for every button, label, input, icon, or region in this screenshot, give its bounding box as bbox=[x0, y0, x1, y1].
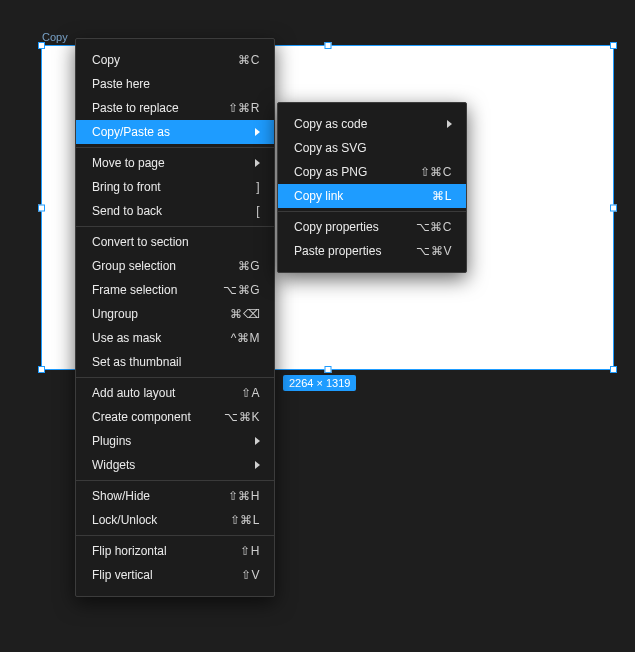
menu-item-label: Widgets bbox=[92, 458, 245, 472]
resize-handle-bottom-left[interactable] bbox=[38, 366, 45, 373]
menu-item-label: Move to page bbox=[92, 156, 245, 170]
menu-group-clipboard: Copy ⌘C Paste here Paste to replace ⇧⌘R … bbox=[76, 45, 274, 147]
menu-item-lock-unlock[interactable]: Lock/Unlock ⇧⌘L bbox=[76, 508, 274, 532]
menu-item-convert-to-section[interactable]: Convert to section bbox=[76, 230, 274, 254]
menu-item-label: Copy as PNG bbox=[294, 165, 410, 179]
menu-item-copy[interactable]: Copy ⌘C bbox=[76, 48, 274, 72]
menu-item-label: Create component bbox=[92, 410, 214, 424]
menu-item-frame-selection[interactable]: Frame selection ⌥⌘G bbox=[76, 278, 274, 302]
menu-item-shortcut: ⇧V bbox=[241, 568, 260, 582]
menu-item-label: Paste properties bbox=[294, 244, 406, 258]
menu-item-label: Send to back bbox=[92, 204, 246, 218]
menu-item-shortcut: ⌘C bbox=[238, 53, 260, 67]
menu-item-plugins[interactable]: Plugins bbox=[76, 429, 274, 453]
menu-item-shortcut: ⌥⌘C bbox=[416, 220, 452, 234]
submenu-group-copy-as: Copy as code Copy as SVG Copy as PNG ⇧⌘C… bbox=[278, 109, 466, 211]
menu-item-label: Paste to replace bbox=[92, 101, 218, 115]
menu-item-copy-properties[interactable]: Copy properties ⌥⌘C bbox=[278, 215, 466, 239]
menu-group-create: Add auto layout ⇧A Create component ⌥⌘K … bbox=[76, 377, 274, 480]
menu-item-flip-vertical[interactable]: Flip vertical ⇧V bbox=[76, 563, 274, 587]
menu-item-shortcut: ⇧A bbox=[241, 386, 260, 400]
menu-item-label: Show/Hide bbox=[92, 489, 218, 503]
resize-handle-mid-right[interactable] bbox=[610, 204, 617, 211]
menu-item-move-to-page[interactable]: Move to page bbox=[76, 151, 274, 175]
menu-item-label: Paste here bbox=[92, 77, 250, 91]
frame-label[interactable]: Copy bbox=[42, 31, 68, 43]
resize-handle-top-left[interactable] bbox=[38, 42, 45, 49]
menu-item-label: Convert to section bbox=[92, 235, 250, 249]
submenu-arrow-icon bbox=[255, 128, 260, 136]
menu-item-label: Copy properties bbox=[294, 220, 406, 234]
menu-item-paste-to-replace[interactable]: Paste to replace ⇧⌘R bbox=[76, 96, 274, 120]
menu-item-set-as-thumbnail[interactable]: Set as thumbnail bbox=[76, 350, 274, 374]
menu-item-copy-as-png[interactable]: Copy as PNG ⇧⌘C bbox=[278, 160, 466, 184]
menu-item-shortcut: ⇧⌘R bbox=[228, 101, 260, 115]
menu-group-flip: Flip horizontal ⇧H Flip vertical ⇧V bbox=[76, 535, 274, 590]
menu-item-bring-to-front[interactable]: Bring to front ] bbox=[76, 175, 274, 199]
menu-item-ungroup[interactable]: Ungroup ⌘⌫ bbox=[76, 302, 274, 326]
menu-item-label: Frame selection bbox=[92, 283, 213, 297]
menu-item-label: Add auto layout bbox=[92, 386, 231, 400]
resize-handle-mid-top[interactable] bbox=[324, 42, 331, 49]
menu-item-shortcut: ⇧⌘H bbox=[228, 489, 260, 503]
menu-item-shortcut: ⌘G bbox=[238, 259, 260, 273]
menu-item-label: Flip vertical bbox=[92, 568, 231, 582]
menu-item-label: Plugins bbox=[92, 434, 245, 448]
menu-item-label: Ungroup bbox=[92, 307, 220, 321]
menu-group-visibility: Show/Hide ⇧⌘H Lock/Unlock ⇧⌘L bbox=[76, 480, 274, 535]
menu-item-flip-horizontal[interactable]: Flip horizontal ⇧H bbox=[76, 539, 274, 563]
menu-item-use-as-mask[interactable]: Use as mask ^⌘M bbox=[76, 326, 274, 350]
menu-item-shortcut: [ bbox=[256, 204, 260, 218]
menu-item-shortcut: ⌥⌘G bbox=[223, 283, 260, 297]
menu-item-shortcut: ⇧⌘C bbox=[420, 165, 452, 179]
menu-item-label: Set as thumbnail bbox=[92, 355, 250, 369]
menu-item-copy-as-code[interactable]: Copy as code bbox=[278, 112, 466, 136]
submenu-arrow-icon bbox=[447, 120, 452, 128]
menu-item-label: Flip horizontal bbox=[92, 544, 230, 558]
menu-item-label: Copy/Paste as bbox=[92, 125, 245, 139]
menu-item-shortcut: ⌥⌘K bbox=[224, 410, 260, 424]
menu-item-group-selection[interactable]: Group selection ⌘G bbox=[76, 254, 274, 278]
resize-handle-mid-bottom[interactable] bbox=[324, 366, 331, 373]
copy-paste-as-submenu[interactable]: Copy as code Copy as SVG Copy as PNG ⇧⌘C… bbox=[277, 102, 467, 273]
menu-item-label: Lock/Unlock bbox=[92, 513, 220, 527]
menu-group-arrange: Move to page Bring to front ] Send to ba… bbox=[76, 147, 274, 226]
menu-item-show-hide[interactable]: Show/Hide ⇧⌘H bbox=[76, 484, 274, 508]
context-menu[interactable]: Copy ⌘C Paste here Paste to replace ⇧⌘R … bbox=[75, 38, 275, 597]
menu-item-create-component[interactable]: Create component ⌥⌘K bbox=[76, 405, 274, 429]
menu-item-shortcut: ] bbox=[256, 180, 260, 194]
menu-item-add-auto-layout[interactable]: Add auto layout ⇧A bbox=[76, 381, 274, 405]
menu-group-structure: Convert to section Group selection ⌘G Fr… bbox=[76, 226, 274, 377]
menu-item-shortcut: ^⌘M bbox=[231, 331, 260, 345]
menu-item-shortcut: ⌥⌘V bbox=[416, 244, 452, 258]
menu-item-shortcut: ⇧H bbox=[240, 544, 260, 558]
menu-item-widgets[interactable]: Widgets bbox=[76, 453, 274, 477]
submenu-arrow-icon bbox=[255, 461, 260, 469]
submenu-arrow-icon bbox=[255, 437, 260, 445]
submenu-arrow-icon bbox=[255, 159, 260, 167]
menu-item-paste-properties[interactable]: Paste properties ⌥⌘V bbox=[278, 239, 466, 263]
menu-item-label: Copy as code bbox=[294, 117, 437, 131]
menu-item-label: Use as mask bbox=[92, 331, 221, 345]
menu-item-label: Copy link bbox=[294, 189, 422, 203]
dimensions-badge: 2264 × 1319 bbox=[283, 375, 356, 391]
menu-item-label: Bring to front bbox=[92, 180, 246, 194]
resize-handle-bottom-right[interactable] bbox=[610, 366, 617, 373]
menu-item-shortcut: ⌘L bbox=[432, 189, 452, 203]
resize-handle-top-right[interactable] bbox=[610, 42, 617, 49]
menu-item-label: Copy bbox=[92, 53, 228, 67]
resize-handle-mid-left[interactable] bbox=[38, 204, 45, 211]
menu-item-copy-as-svg[interactable]: Copy as SVG bbox=[278, 136, 466, 160]
menu-item-label: Copy as SVG bbox=[294, 141, 442, 155]
menu-item-paste-here[interactable]: Paste here bbox=[76, 72, 274, 96]
menu-item-shortcut: ⌘⌫ bbox=[230, 307, 260, 321]
submenu-group-properties: Copy properties ⌥⌘C Paste properties ⌥⌘V bbox=[278, 211, 466, 266]
menu-item-copy-paste-as[interactable]: Copy/Paste as bbox=[76, 120, 274, 144]
menu-item-shortcut: ⇧⌘L bbox=[230, 513, 260, 527]
menu-item-label: Group selection bbox=[92, 259, 228, 273]
menu-item-send-to-back[interactable]: Send to back [ bbox=[76, 199, 274, 223]
menu-item-copy-link[interactable]: Copy link ⌘L bbox=[278, 184, 466, 208]
